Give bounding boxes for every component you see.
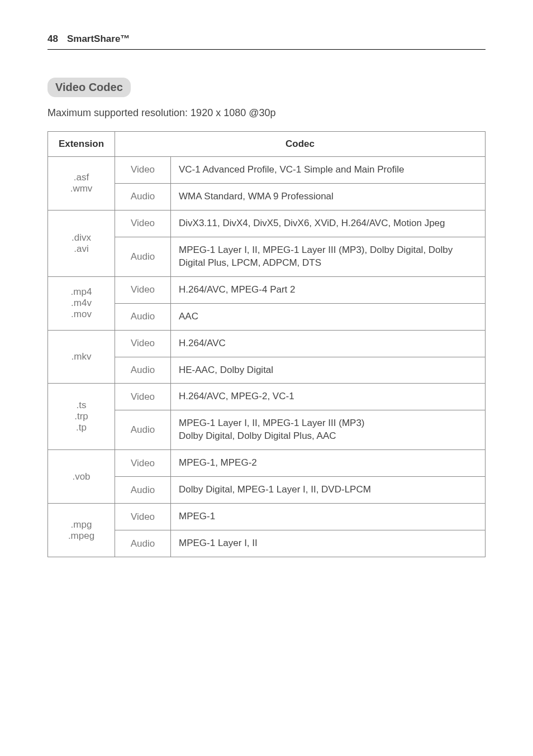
codec-cell: MPEG-1 [171, 504, 486, 530]
codec-cell: MPEG-1 Layer I, II, MPEG-1 Layer III (MP… [171, 410, 486, 450]
table-row: .mpg.mpegVideoMPEG-1 [48, 504, 486, 530]
table-row: .mkvVideoH.264/AVC [48, 330, 486, 357]
extension-cell: .divx.avi [48, 210, 115, 276]
table-row: .vobVideoMPEG-1, MPEG-2 [48, 450, 486, 477]
type-cell: Audio [115, 530, 171, 557]
extension-cell: .vob [48, 450, 115, 504]
type-cell: Video [115, 504, 171, 530]
header-extension: Extension [48, 132, 115, 157]
codec-cell: AAC [171, 303, 486, 330]
table-row: .mp4.m4v.movVideoH.264/AVC, MPEG-4 Part … [48, 276, 486, 303]
type-cell: Video [115, 384, 171, 410]
header-line: 48 SmartShare™ [47, 34, 486, 45]
type-cell: Video [115, 210, 171, 237]
type-cell: Audio [115, 303, 171, 330]
codec-cell: MPEG-1 Layer I, II, MPEG-1 Layer III (MP… [171, 237, 486, 276]
extension-cell: .mkv [48, 330, 115, 384]
codec-cell: Dolby Digital, MPEG-1 Layer I, II, DVD-L… [171, 477, 486, 504]
extension-cell: .ts.trp.tp [48, 384, 115, 450]
type-cell: Audio [115, 237, 171, 276]
header-codec: Codec [115, 132, 486, 157]
type-cell: Video [115, 450, 171, 477]
codec-table: Extension Codec .asf.wmvVideoVC-1 Advanc… [47, 131, 486, 557]
video-codec-title: Video Codec [47, 78, 131, 97]
page-number: 48 [47, 34, 58, 45]
codec-cell: VC-1 Advanced Profile, VC-1 Simple and M… [171, 157, 486, 184]
extension-cell: .mpg.mpeg [48, 504, 115, 557]
codec-cell: MPEG-1, MPEG-2 [171, 450, 486, 477]
codec-cell: DivX3.11, DivX4, DivX5, DivX6, XViD, H.2… [171, 210, 486, 237]
type-cell: Video [115, 276, 171, 303]
codec-cell: H.264/AVC, MPEG-4 Part 2 [171, 276, 486, 303]
codec-cell: MPEG-1 Layer I, II [171, 530, 486, 557]
type-cell: Audio [115, 357, 171, 384]
codec-cell: WMA Standard, WMA 9 Professional [171, 183, 486, 210]
page-header: 48 SmartShare™ [47, 34, 486, 50]
extension-cell: .asf.wmv [48, 157, 115, 210]
type-cell: Video [115, 330, 171, 357]
table-row: .divx.aviVideoDivX3.11, DivX4, DivX5, Di… [48, 210, 486, 237]
resolution-subtitle: Maximum supported resolution: 1920 x 108… [47, 107, 486, 119]
codec-cell: H.264/AVC, MPEG-2, VC-1 [171, 384, 486, 410]
type-cell: Audio [115, 477, 171, 504]
table-row: .asf.wmvVideoVC-1 Advanced Profile, VC-1… [48, 157, 486, 184]
table-header-row: Extension Codec [48, 132, 486, 157]
table-row: .ts.trp.tpVideoH.264/AVC, MPEG-2, VC-1 [48, 384, 486, 410]
type-cell: Audio [115, 410, 171, 450]
codec-cell: H.264/AVC [171, 330, 486, 357]
section-name: SmartShare™ [67, 34, 130, 45]
type-cell: Video [115, 157, 171, 184]
type-cell: Audio [115, 183, 171, 210]
codec-cell: HE-AAC, Dolby Digital [171, 357, 486, 384]
extension-cell: .mp4.m4v.mov [48, 276, 115, 330]
